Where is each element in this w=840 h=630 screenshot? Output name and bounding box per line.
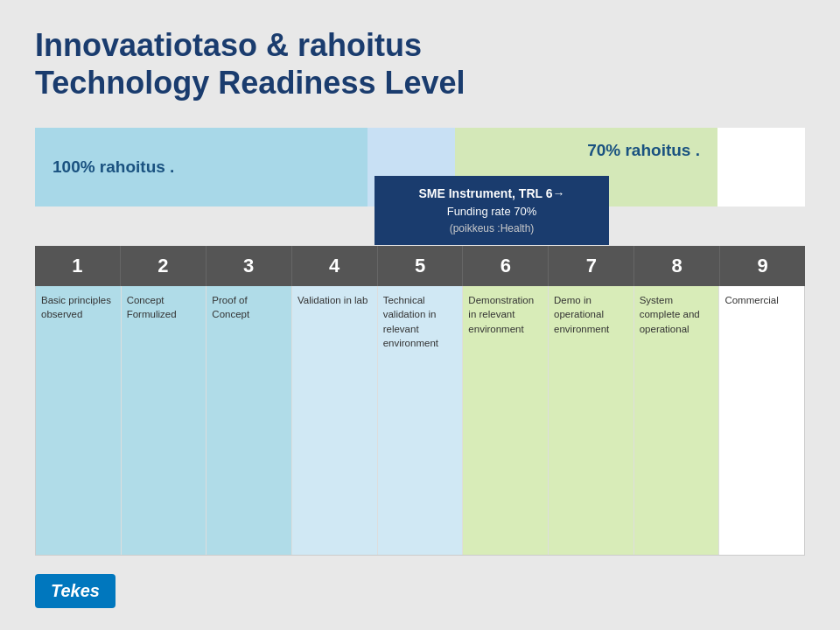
trl-num-7: 7 [549,246,634,286]
trl-desc-7: Demo in operational environment [549,286,634,555]
band-white [718,128,805,206]
band-100: 100% rahoitus . [35,128,368,206]
trl-desc-row: Basic principles observed Concept Formul… [35,286,805,556]
footer: Tekes [35,569,805,612]
title-section: Innovaatiotaso & rahoitus Technology Rea… [35,26,805,102]
trl-desc-4: Validation in lab [292,286,378,555]
trl-5-label: Technical validation in relevant environ… [383,295,438,347]
trl-desc-6: Demonstration in relevant environment [463,286,549,555]
trl-num-2: 2 [121,246,206,286]
trl-num-3: 3 [206,246,292,286]
trl-num-9: 9 [720,246,805,286]
trl-2-label: Concept Formulized [127,295,177,319]
trl-num-6: 6 [463,246,549,286]
title-line1: Innovaatiotaso & rahoitus [35,26,805,64]
trl-num-1: 1 [35,246,121,286]
trl-desc-1: Basic principles observed [36,286,122,555]
sme-instrument-box: SME Instrument, TRL 6→ Funding rate 70% … [374,176,609,245]
funding-100-label: 100% rahoitus . [52,158,174,177]
trl-6-label: Demonstration in relevant environment [468,295,534,333]
title-line2: Technology Readiness Level [35,64,805,102]
sme-line2: Funding rate 70% [387,203,597,220]
tekes-logo: Tekes [35,574,116,608]
sme-line3: (poikkeus :Health) [387,220,597,236]
trl-9-label: Commercial [724,295,778,305]
funding-bands-row: 100% rahoitus . 70% rahoitus . SME Instr… [35,128,805,206]
trl-num-8: 8 [634,246,720,286]
trl-3-label: Proof of Concept [212,295,249,319]
trl-num-5: 5 [378,246,464,286]
trl-4-label: Validation in lab [298,295,368,305]
page-container: Innovaatiotaso & rahoitus Technology Rea… [0,0,840,630]
trl-table-wrapper: 100% rahoitus . 70% rahoitus . SME Instr… [35,128,805,556]
trl-num-4: 4 [292,246,378,286]
trl-numbers-row: 1 2 3 4 5 6 7 8 9 [35,246,805,286]
trl-8-label: System complete and operational [640,295,700,333]
trl-desc-9: Commercial [719,286,804,555]
main-title: Innovaatiotaso & rahoitus Technology Rea… [35,26,805,102]
trl-7-label: Demo in operational environment [554,295,609,333]
trl-desc-5: Technical validation in relevant environ… [378,286,464,555]
sme-line1: SME Instrument, TRL 6→ [387,185,597,203]
trl-desc-3: Proof of Concept [206,286,292,555]
trl-1-label: Basic principles observed [41,295,111,319]
trl-desc-8: System complete and operational [634,286,720,555]
funding-70-label: 70% rahoitus . [587,141,700,160]
tekes-logo-text: Tekes [51,581,100,601]
trl-desc-2: Concept Formulized [122,286,207,555]
